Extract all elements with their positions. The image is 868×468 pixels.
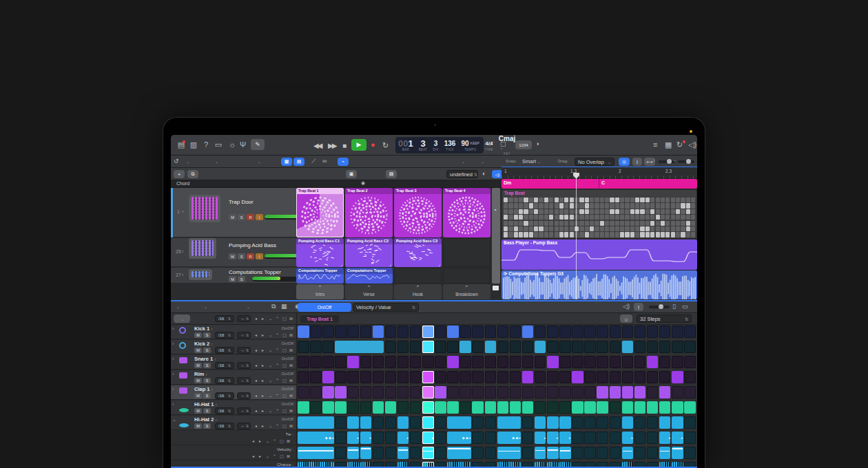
row-header-snare-1[interactable]: ›Snare 1 ↕On/OffMS/16⇅→⇅◂▸⌄⌃▢⊠ [171, 355, 296, 370]
decrease-icon-3[interactable]: ⌄ [269, 378, 275, 384]
step-cell-on[interactable] [322, 401, 334, 414]
lcd-div[interactable]: 3DIV [433, 140, 438, 151]
step-cell-off[interactable] [485, 447, 497, 459]
clear-icon-sub7[interactable]: ▢ [280, 438, 286, 445]
link-icon[interactable]: ∞ [322, 158, 331, 165]
step-cell-off[interactable] [597, 326, 608, 338]
step-cell-on[interactable] [497, 416, 521, 429]
step-cell-off[interactable] [472, 447, 484, 459]
decrease-icon-1[interactable]: ⌄ [269, 348, 275, 354]
step-cell-off[interactable] [373, 432, 384, 444]
rotate-left-icon-sub7[interactable]: ◂ [252, 438, 258, 445]
step-cell-off[interactable] [385, 341, 397, 353]
scene-trigger-intro[interactable]: ⌃Intro [296, 284, 344, 299]
step-cell-on[interactable] [298, 447, 334, 459]
increase-icon-sub7[interactable]: ⌃ [273, 438, 279, 445]
step-cell-off[interactable] [522, 341, 534, 353]
track-m-button[interactable]: M [229, 276, 236, 282]
step-cell-on[interactable] [397, 462, 409, 468]
row-disclosure-icon[interactable]: › [172, 357, 178, 363]
step-cell-on[interactable] [572, 371, 583, 383]
step-cell-on[interactable]: ▸ [422, 432, 434, 444]
step-cell-off[interactable] [472, 416, 484, 429]
step-cell-off[interactable] [485, 371, 497, 383]
grid-icon[interactable]: ▦ [281, 304, 288, 310]
step-cell-off[interactable] [634, 326, 646, 338]
step-cell-off[interactable] [510, 386, 521, 398]
cycle-button[interactable]: ↻ [382, 141, 391, 149]
slider-thumb[interactable] [686, 159, 691, 164]
scene-trigger-icon[interactable]: ⌃ [443, 285, 490, 291]
step-cell-off[interactable] [397, 371, 409, 383]
step-cell-on[interactable] [347, 416, 359, 429]
step-cell-off[interactable] [584, 416, 596, 429]
step-cell-off[interactable] [522, 356, 534, 368]
loop-cell[interactable]: Trap Beat 3 [394, 188, 442, 237]
play-button[interactable]: ▶ [351, 139, 366, 151]
step-cell-on[interactable] [422, 386, 434, 398]
track-r-button[interactable]: R [247, 214, 254, 220]
loop-cell[interactable]: Pumping Acid Bass C2⌟ [345, 238, 393, 267]
step-cell-off[interactable] [584, 326, 596, 338]
row-solo-button-0[interactable]: S [203, 332, 211, 338]
step-cell-on[interactable] [447, 401, 459, 414]
step-cell-on[interactable] [535, 447, 546, 459]
row-mute-button-2[interactable]: M [194, 363, 202, 368]
loop-cell[interactable]: Trap Beat 4 [443, 188, 490, 237]
rotate-left-icon-0[interactable]: ◂ [255, 332, 261, 339]
step-cell-off[interactable] [647, 326, 659, 338]
step-cell-on[interactable] [535, 341, 546, 353]
loop-cell[interactable]: Trap Beat 2 [345, 188, 393, 237]
step-cell-off[interactable] [535, 386, 546, 398]
step-cell-off[interactable] [298, 341, 309, 353]
direction-select-header[interactable]: →⇅ [237, 315, 251, 322]
step-cell-off[interactable] [572, 341, 583, 353]
step-cell-off[interactable] [647, 371, 659, 383]
step-cell-off[interactable] [335, 356, 347, 368]
row-disclosure-icon[interactable]: › [172, 372, 178, 378]
record-button[interactable]: ● [371, 140, 379, 149]
decrease-icon-5[interactable]: ⌄ [269, 408, 275, 414]
audio-region[interactable]: ⟳ Computations Topper: G3 [502, 270, 697, 299]
rotate-right-icon-sub7[interactable]: ▸ [259, 438, 265, 445]
step-cell-off[interactable] [435, 326, 446, 338]
step-cell-off[interactable] [597, 341, 608, 353]
step-cell-on[interactable] [659, 401, 671, 414]
tuner-tool-icon[interactable]: ⟋ [489, 141, 497, 149]
step-cell-off[interactable] [684, 326, 696, 338]
rotate-left-icon-2[interactable]: ◂ [255, 363, 261, 369]
random-icon-2[interactable]: ⊠ [289, 363, 296, 369]
step-cell-off[interactable] [584, 432, 596, 444]
row-header-rim[interactable]: ›Rim ↕On/OffMS/16⇅→⇅◂▸⌄⌃▢⊠ [171, 370, 296, 385]
step-cell-on[interactable] [659, 386, 671, 398]
step-cell-off[interactable] [510, 371, 521, 383]
rate-select-4[interactable]: /16⇅ [215, 392, 234, 399]
clear-icon-2[interactable]: ▢ [282, 363, 289, 369]
step-cell-off[interactable] [360, 401, 372, 414]
step-cell-off[interactable] [335, 416, 347, 429]
step-cell-off[interactable] [385, 326, 397, 338]
rotate-right-icon-header[interactable]: ▸ [262, 316, 268, 322]
step-cell-off[interactable] [410, 401, 422, 414]
lcd-beat[interactable]: 3BEAT [419, 140, 428, 151]
step-cell-off[interactable] [347, 401, 359, 414]
row-solo-button-4[interactable]: S [203, 393, 211, 398]
seq-menu-functions[interactable]: ⌄ [203, 303, 230, 311]
step-cell-off[interactable] [360, 356, 372, 368]
row-header-hi-hat-1[interactable]: ›Hi-Hat 1 ↕On/OffMS/16⇅→⇅◂▸⌄⌃▢⊠ [171, 401, 296, 415]
increase-icon-sub8[interactable]: ⌃ [273, 454, 279, 460]
step-cell-off[interactable] [597, 447, 608, 459]
step-cell-on[interactable]: ◆ ◆ ▸ [497, 432, 521, 444]
step-cell-off[interactable] [472, 356, 484, 368]
step-cell-off[interactable] [497, 386, 509, 398]
step-cell-off[interactable] [584, 371, 596, 383]
decrease-icon-sub8[interactable]: ⌄ [266, 454, 272, 460]
row-header-chance-[interactable]: Chance :◂▸⌄⌃▢⊠ [171, 461, 296, 468]
step-cell-on[interactable]: ▸ [547, 432, 559, 444]
step-cell-off[interactable] [472, 462, 484, 468]
step-cell-off[interactable] [597, 432, 608, 444]
step-cell-on[interactable] [447, 356, 459, 368]
step-cell-off[interactable] [310, 401, 322, 414]
step-cell-off[interactable] [647, 386, 659, 398]
divider-icon[interactable]: ▤ [386, 170, 397, 178]
